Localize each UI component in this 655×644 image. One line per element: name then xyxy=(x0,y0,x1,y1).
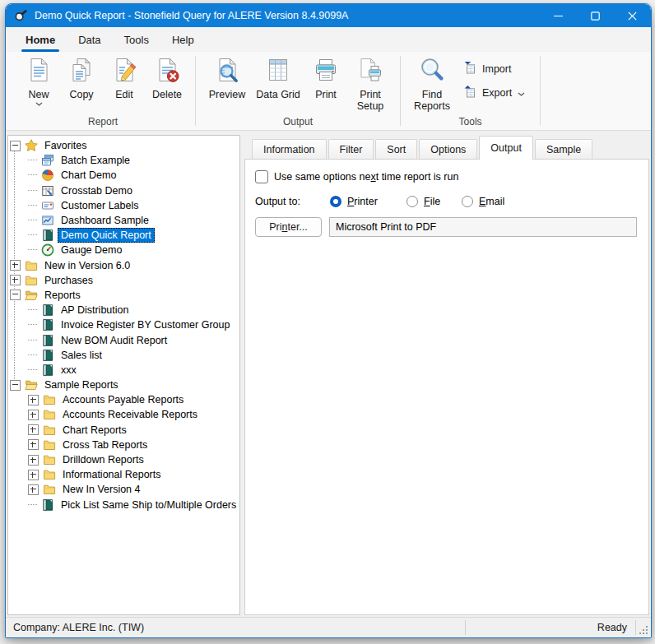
expand-plus-icon[interactable] xyxy=(28,424,39,435)
menu-help[interactable]: Help xyxy=(160,27,206,52)
menu-data[interactable]: Data xyxy=(67,27,112,52)
expand-plus-icon[interactable] xyxy=(28,470,39,480)
copy-button[interactable]: Copy xyxy=(60,54,103,102)
collapse-minus-icon[interactable] xyxy=(10,290,21,300)
ribbon-separator xyxy=(540,56,541,126)
tree-item[interactable]: New in Version 6.0 xyxy=(8,258,239,273)
print-icon xyxy=(313,57,339,86)
import-button[interactable]: Import xyxy=(460,60,528,77)
tree-item-label: Batch Example xyxy=(58,153,133,168)
tree-item[interactable]: Purchases xyxy=(8,273,239,288)
tree-item[interactable]: New BOM Audit Report xyxy=(8,332,239,347)
delete-button[interactable]: Delete xyxy=(146,54,188,102)
menubar: Home Data Tools Help xyxy=(6,27,651,52)
tree-item[interactable]: Demo Quick Report xyxy=(8,228,239,243)
close-icon xyxy=(628,12,637,21)
expand-plus-icon[interactable] xyxy=(28,395,39,405)
tree-item[interactable]: Batch Example xyxy=(8,153,239,168)
tree-connector-stub xyxy=(28,220,37,221)
printer-name-field[interactable] xyxy=(329,217,637,237)
tree-item[interactable]: Accounts Receivable Reports xyxy=(8,407,239,422)
data-grid-button[interactable]: Data Grid xyxy=(252,54,304,102)
maximize-icon xyxy=(591,12,600,21)
email-radio[interactable] xyxy=(462,196,473,207)
tree-item[interactable]: Sales list xyxy=(8,348,239,363)
tree-item-label: Chart Demo xyxy=(58,168,119,183)
close-button[interactable] xyxy=(614,4,651,27)
same-options-checkbox[interactable] xyxy=(255,170,268,183)
collapse-minus-icon[interactable] xyxy=(10,380,21,391)
tree-item[interactable]: Invoice Register BY Customer Group xyxy=(8,317,239,332)
tree-item[interactable]: Chart Demo xyxy=(8,168,239,183)
tree-item[interactable]: Sample Reports xyxy=(8,378,239,392)
tree-item[interactable]: Cross Tab Reports xyxy=(8,438,239,452)
report-detail-panel: InformationFilterSortOptionsOutputSample… xyxy=(244,135,649,615)
tree-item-label: New in Version 6.0 xyxy=(41,258,133,273)
expand-plus-icon[interactable] xyxy=(28,410,39,420)
file-radio[interactable] xyxy=(406,196,418,207)
tree-item[interactable]: Crosstab Demo xyxy=(8,183,239,198)
folder-icon xyxy=(25,259,38,272)
preview-button[interactable]: Preview xyxy=(202,54,252,102)
tree-connector-stub xyxy=(28,249,37,251)
tree-item-label: Informational Reports xyxy=(59,467,165,482)
export-icon xyxy=(463,85,476,100)
tab-sample[interactable]: Sample xyxy=(535,139,592,159)
tree-connector-stub xyxy=(28,309,37,311)
expand-plus-icon[interactable] xyxy=(28,439,39,450)
collapse-minus-icon[interactable] xyxy=(10,141,21,151)
folder-open-icon xyxy=(25,289,38,302)
tree-item[interactable]: Pick List Same Ship to/Multiple Orders 4 xyxy=(8,498,239,512)
folder-icon xyxy=(25,274,38,287)
print-setup-button[interactable]: Print Setup xyxy=(347,54,393,114)
tree-item[interactable]: AP Distribution xyxy=(8,303,239,317)
tree-connector-stub xyxy=(28,504,37,506)
report-book-icon xyxy=(41,229,54,242)
tree-connector-stub xyxy=(28,160,37,161)
output-to-label: Output to: xyxy=(255,196,330,207)
tab-sort[interactable]: Sort xyxy=(375,139,417,159)
tree-item-label: Cross Tab Reports xyxy=(59,438,151,452)
tree-connector-stub xyxy=(28,340,37,341)
minimize-button[interactable] xyxy=(540,4,577,27)
tree-item[interactable]: Informational Reports xyxy=(8,467,239,482)
find-reports-icon xyxy=(419,57,445,86)
tree-item[interactable]: Accounts Payable Reports xyxy=(8,392,239,407)
tree-item[interactable]: Drilldown Reports xyxy=(8,452,239,467)
expand-plus-icon[interactable] xyxy=(28,484,39,495)
expand-plus-icon[interactable] xyxy=(10,275,21,285)
data-grid-icon xyxy=(265,57,291,86)
tab-output[interactable]: Output xyxy=(479,136,533,160)
tree-item[interactable]: Favorites xyxy=(8,138,239,153)
new-button[interactable]: New xyxy=(17,54,60,108)
report-book-icon xyxy=(41,498,54,512)
tree-item-label: New In Version 4 xyxy=(59,482,144,497)
tree-item[interactable]: Customer Labels xyxy=(8,198,239,213)
printer-radio[interactable] xyxy=(330,196,341,207)
tree-connector-stub xyxy=(28,369,37,371)
tree-item-label: Demo Quick Report xyxy=(58,228,155,243)
tree-item[interactable]: New In Version 4 xyxy=(8,482,239,497)
tab-information[interactable]: Information xyxy=(252,139,327,159)
printer-button[interactable]: Printer... xyxy=(255,217,322,237)
export-button[interactable]: Export xyxy=(460,84,528,101)
tree-item-label: Gauge Demo xyxy=(58,243,125,257)
tab-options[interactable]: Options xyxy=(419,139,477,159)
tab-filter[interactable]: Filter xyxy=(328,139,374,159)
tree-item[interactable]: xxx xyxy=(8,363,239,378)
find-reports-button[interactable]: Find Reports xyxy=(407,54,457,114)
menu-home[interactable]: Home xyxy=(14,27,67,52)
tree-item[interactable]: Reports xyxy=(8,288,239,303)
edit-button[interactable]: Edit xyxy=(103,54,146,102)
printer-radio-label: Printer xyxy=(347,196,378,207)
expand-plus-icon[interactable] xyxy=(28,455,39,466)
print-button[interactable]: Print xyxy=(304,54,347,102)
tree-item-label: Crosstab Demo xyxy=(58,183,136,198)
tree-item[interactable]: Dashboard Sample xyxy=(8,213,239,228)
maximize-button[interactable] xyxy=(577,4,614,27)
expand-plus-icon[interactable] xyxy=(10,260,21,271)
tree-item[interactable]: Chart Reports xyxy=(8,423,239,438)
menu-tools[interactable]: Tools xyxy=(113,27,160,52)
tree-item[interactable]: Gauge Demo xyxy=(8,243,239,257)
resize-grip[interactable] xyxy=(636,618,651,637)
